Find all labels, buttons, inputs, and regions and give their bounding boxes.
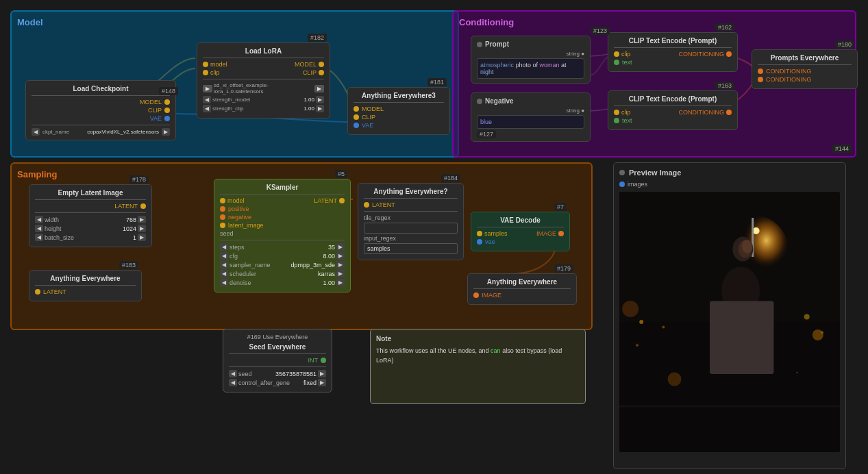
prompt-node: Prompt string ● atmospheric photo of wom… [471,36,591,84]
lora-model-input-label: model [210,61,227,68]
batch-right-btn[interactable]: ▶ [138,234,146,241]
seed-use-everywhere-title: #169 Use Everywhere [229,334,326,340]
ckpt-name-value: copaxVividXL_v2.safetensors [72,129,159,135]
clip1-title: CLIP Text Encode (Prompt) [614,37,732,45]
batch-value: 1 [133,234,136,241]
clip1-clip-in-label: clip [621,51,631,58]
ae3-clip-dot [354,114,359,120]
cfg-right-btn[interactable]: ▶ [336,252,345,260]
clip2-node-id: #163 [715,82,734,90]
aeq-latent-dot [364,202,369,208]
denoise-left-btn[interactable]: ◀ [220,279,228,286]
denoise-value: 1.00 [323,279,335,286]
negative-input-dot [477,99,482,104]
control-left-btn[interactable]: ◀ [229,379,237,386]
aeq-tile-regex-label: tile_regex [364,214,458,221]
load-checkpoint-node: Load Checkpoint MODEL CLIP VAE ◀ ckpt_na… [25,80,176,140]
preview-header: Preview Image [619,169,840,177]
cfg-left-btn[interactable]: ◀ [220,252,228,260]
aei-image-label: IMAGE [482,292,501,299]
conditioning-group-title: Conditioning [459,17,850,27]
ckpt-right-btn[interactable]: ▶ [162,128,170,136]
prompts-everywhere-node: #180 Prompts Everywhere CONDITIONING CON… [752,49,858,89]
svg-point-17 [639,320,643,324]
lora-file-btn[interactable]: ▶ [314,85,324,92]
clip-output-dot [164,108,170,113]
preview-title: Preview Image [629,169,681,177]
strength-clip-left[interactable]: ◀ [203,105,211,112]
ae3-model-label: MODEL [362,105,384,112]
negative-tag-127: #127 [477,130,496,138]
model-group: Model Load Checkpoint MODEL CLIP VAE ◀ c… [10,10,459,158]
aeq-node-id: #184 [441,174,460,182]
note-title: Note [376,335,580,342]
height-right-btn[interactable]: ▶ [138,225,146,232]
negative-text-value[interactable]: blue [477,115,584,129]
width-left-btn[interactable]: ◀ [35,216,43,223]
ae3-model-dot [354,106,359,112]
svg-point-20 [821,331,823,334]
scheduler-left-btn[interactable]: ◀ [220,270,228,277]
denoise-right-btn[interactable]: ▶ [336,279,345,286]
scheduler-label: scheduler [230,271,317,277]
batch-left-btn[interactable]: ◀ [35,234,43,241]
lora-clip-input-label: clip [210,69,220,76]
prompt-text-value[interactable]: atmospheric photo of woman at night [477,58,584,79]
control-right-btn[interactable]: ▶ [318,379,326,386]
ae3-title: Anything Everywhere3 [354,92,444,99]
clip1-cond-out-dot [726,51,732,57]
note-text: This workflow uses all the UE nodes, and… [376,347,580,365]
strength-model-left[interactable]: ◀ [203,96,211,103]
aeq-tile-regex-input[interactable] [364,223,458,234]
control-label: control_after_gene [238,379,302,386]
lc-node-id-badge: #148 [159,87,178,95]
svg-rect-12 [710,301,773,374]
strength-clip-right[interactable]: ▶ [316,105,324,112]
prompt-input-dot [477,42,482,47]
cfg-value: 8.00 [323,253,335,260]
strength-model-value: 1.00 [251,97,314,103]
vae-decode-node: #7 VAE Decode samples IMAGE vae [471,212,570,251]
ks-title: KSampler [220,184,345,191]
preview-images-label: images [628,181,647,188]
vd-image-out-label: IMAGE [536,230,556,237]
height-left-btn[interactable]: ◀ [35,225,43,232]
ks-model-label: model [227,197,245,204]
lora-clip-output-label: CLIP [303,69,317,76]
sampler-left-btn[interactable]: ◀ [220,261,228,269]
steps-left-btn[interactable]: ◀ [220,243,228,251]
aeq-input-regex-input[interactable] [364,243,458,254]
lora-model-output-label: MODEL [295,61,317,68]
ael-title: Anything Everywhere [35,275,136,282]
lora-path-value: sd_xl_offset_example-lora_1.0.safetensor… [214,82,313,95]
model-output-dot [164,99,170,105]
ckpt-left-btn[interactable]: ◀ [32,128,40,136]
aeq-title: Anything Everywhere? [364,188,458,195]
clip2-cond-out-label: CONDITIONING [679,109,725,116]
clip2-clip-in-label: clip [621,109,631,116]
svg-point-5 [634,330,658,355]
negative-string-label: string ● [477,108,584,114]
el-latent-label: LATENT [114,203,138,210]
lora-play-btn[interactable]: ▶ [203,85,212,92]
clip2-cond-out-dot [726,110,732,115]
ks-pos-label: positive [228,205,249,212]
sampler-right-btn[interactable]: ▶ [336,261,345,269]
model-output-label: MODEL [140,99,162,105]
ks-latent-in-dot [220,223,225,228]
width-right-btn[interactable]: ▶ [138,216,146,223]
seed-right-btn[interactable]: ▶ [318,370,326,377]
scheduler-right-btn[interactable]: ▶ [336,270,345,277]
ael-latent-label: LATENT [43,288,66,295]
steps-right-btn[interactable]: ▶ [336,243,345,251]
pe-cond2-label: CONDITIONING [766,76,812,83]
vd-vae-in-label: vae [485,238,495,245]
strength-model-right[interactable]: ▶ [316,96,324,103]
ksampler-node: #5 KSampler model LATENT positive negati [214,179,351,292]
seed-int-label: INT [308,357,319,364]
load-lora-title: Load LoRA [203,47,324,55]
height-value: 1024 [123,225,136,232]
clip2-text-in-label: text [622,117,632,124]
seed-left-btn[interactable]: ◀ [229,370,237,377]
clip1-text-in-label: text [622,59,632,66]
